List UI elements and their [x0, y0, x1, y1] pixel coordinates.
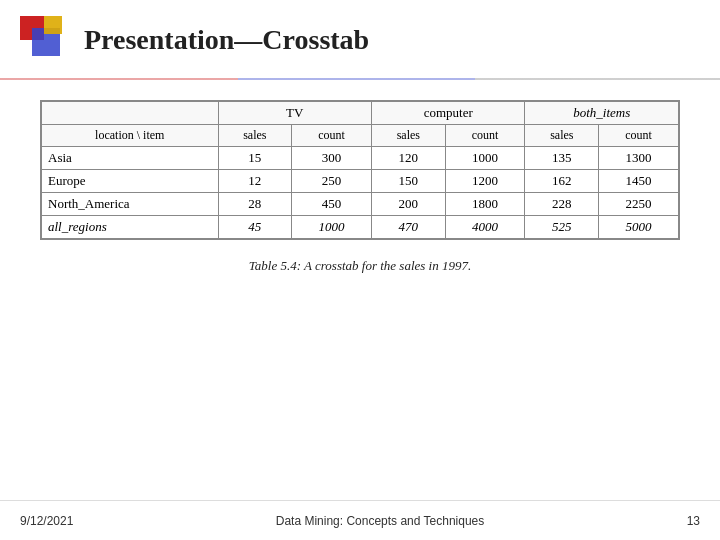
table-row: all_regions45100047040005255000 [42, 216, 679, 239]
row-cell: 1300 [599, 147, 679, 170]
footer-page-number: 13 [687, 514, 700, 528]
row-cell: 200 [371, 193, 445, 216]
sub-header-both-count: count [599, 125, 679, 147]
sub-header-comp-count: count [445, 125, 525, 147]
header-tv: TV [218, 102, 371, 125]
header-location-item [42, 102, 219, 125]
row-cell: 5000 [599, 216, 679, 239]
row-cell: 45 [218, 216, 292, 239]
row-cell: 250 [292, 170, 372, 193]
row-cell: 15 [218, 147, 292, 170]
row-label: North_America [42, 193, 219, 216]
table-row: Asia1530012010001351300 [42, 147, 679, 170]
row-cell: 228 [525, 193, 599, 216]
page-title: Presentation—Crosstab [84, 24, 369, 56]
footer: 9/12/2021 Data Mining: Concepts and Tech… [0, 500, 720, 540]
row-label: Europe [42, 170, 219, 193]
row-cell: 2250 [599, 193, 679, 216]
row-cell: 525 [525, 216, 599, 239]
header-bar: Presentation—Crosstab [0, 0, 720, 80]
crosstab-wrapper: TV computer both_items location \ item s… [40, 100, 680, 240]
row-cell: 300 [292, 147, 372, 170]
crosstab-table: TV computer both_items location \ item s… [41, 101, 679, 239]
header-computer: computer [371, 102, 524, 125]
row-cell: 1450 [599, 170, 679, 193]
sub-header-both-sales: sales [525, 125, 599, 147]
row-cell: 28 [218, 193, 292, 216]
row-cell: 120 [371, 147, 445, 170]
table-row: Europe1225015012001621450 [42, 170, 679, 193]
table-caption: Table 5.4: A crosstab for the sales in 1… [249, 258, 471, 274]
row-cell: 1000 [445, 147, 525, 170]
row-cell: 135 [525, 147, 599, 170]
logo-icon [20, 16, 68, 64]
sub-header-tv-sales: sales [218, 125, 292, 147]
row-cell: 4000 [445, 216, 525, 239]
row-cell: 12 [218, 170, 292, 193]
footer-date: 9/12/2021 [20, 514, 73, 528]
row-cell: 1000 [292, 216, 372, 239]
row-cell: 162 [525, 170, 599, 193]
sub-header-comp-sales: sales [371, 125, 445, 147]
row-cell: 1200 [445, 170, 525, 193]
row-cell: 150 [371, 170, 445, 193]
row-cell: 450 [292, 193, 372, 216]
row-label: Asia [42, 147, 219, 170]
table-row: North_America2845020018002282250 [42, 193, 679, 216]
footer-center-text: Data Mining: Concepts and Techniques [73, 514, 686, 528]
header-both-items: both_items [525, 102, 679, 125]
logo-yellow-square [44, 16, 62, 34]
row-cell: 1800 [445, 193, 525, 216]
sub-header-location: location \ item [42, 125, 219, 147]
column-group-header-row: TV computer both_items [42, 102, 679, 125]
main-content: TV computer both_items location \ item s… [0, 80, 720, 500]
column-sub-header-row: location \ item sales count sales count … [42, 125, 679, 147]
row-cell: 470 [371, 216, 445, 239]
sub-header-tv-count: count [292, 125, 372, 147]
table-body: Asia1530012010001351300Europe12250150120… [42, 147, 679, 239]
row-label: all_regions [42, 216, 219, 239]
